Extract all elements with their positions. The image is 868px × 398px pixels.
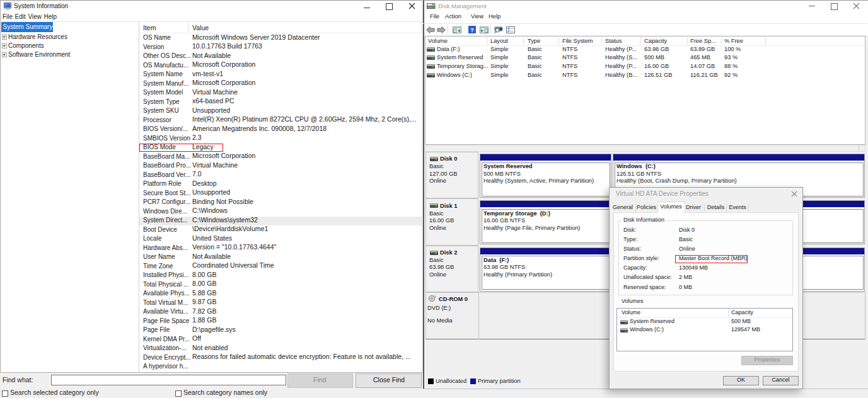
- svg-text:?: ?: [470, 27, 474, 33]
